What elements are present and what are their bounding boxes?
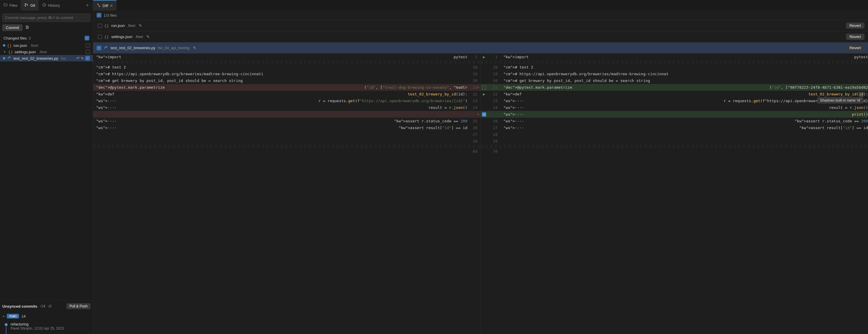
- edit-icon[interactable]: ✎: [81, 56, 84, 61]
- code-line[interactable]: "cm"># get brewery by post_id, post_id s…: [93, 77, 480, 84]
- fold-indicator[interactable]: [93, 60, 480, 64]
- line-content: "cm"># https://api.openbrewerydb.org/bre…: [93, 72, 467, 76]
- line-content: "kw">import: [500, 55, 852, 59]
- revert-button[interactable]: Revert: [846, 23, 865, 29]
- tab-git[interactable]: Git: [21, 0, 39, 10]
- line-content: "ws">····: [500, 99, 724, 103]
- collapse-icon[interactable]: −: [85, 56, 90, 61]
- code-line[interactable]: "cm"># https://api.openbrewerydb.org/bre…: [93, 71, 480, 77]
- commit-entry[interactable]: refactoring Pavel Shnyrin, 12:02 Apr 25,…: [0, 320, 93, 334]
- file-item[interactable]: test_rest_02_breweries.pyhw↶✎−: [0, 55, 93, 62]
- collapse-icon[interactable]: −: [97, 46, 101, 51]
- file-header-path: hw_04_api_testing: [158, 46, 189, 50]
- code-line[interactable]: 27: [93, 131, 480, 138]
- line-content: "cm"># get brewery by post_id, post_id s…: [93, 78, 467, 83]
- file-header-path: .fleet: [127, 24, 135, 28]
- commit-settings-icon[interactable]: [25, 25, 30, 30]
- code-line[interactable]: 29: [480, 138, 868, 144]
- fold-indicator[interactable]: [480, 144, 868, 148]
- pull-push-button[interactable]: Pull & Push: [66, 303, 91, 309]
- code-line[interactable]: "ws">····"kw">assert r.status_code == 20…: [93, 118, 480, 125]
- run-icon[interactable]: ▶: [483, 92, 485, 96]
- tab-diff[interactable]: Diff ✕: [93, 0, 117, 10]
- code-line[interactable]: 26"ws">····"kw">assert r.status_code == …: [480, 118, 868, 125]
- tab-files[interactable]: Files: [0, 0, 21, 10]
- close-icon[interactable]: ✕: [110, 3, 113, 8]
- collapse-icon[interactable]: −: [97, 13, 101, 18]
- line-content: "ws">····: [93, 99, 318, 103]
- code-line[interactable]: "kw">def test_02_brewery_by_id(id):22: [93, 91, 480, 98]
- code-line[interactable]: "cm"># test 218: [93, 64, 480, 71]
- code-line[interactable]: ✓"ws">····print(): [480, 111, 868, 118]
- code-line[interactable]: "dec">@pytest.mark.parametrize("id", ["t…: [93, 84, 480, 91]
- code-line[interactable]: 69: [93, 148, 480, 155]
- line-number: 19: [467, 72, 480, 76]
- code-line[interactable]: 70: [480, 148, 868, 155]
- revert-button[interactable]: Revert: [846, 34, 865, 40]
- revert-icon[interactable]: ↶: [76, 56, 80, 61]
- file-header-name: test_rest_02_breweries.py: [111, 46, 155, 50]
- file-path: .fleet: [39, 50, 47, 54]
- checkbox[interactable]: [98, 24, 102, 28]
- expand-icon[interactable]: »: [477, 86, 479, 89]
- commit-button[interactable]: Commit: [2, 24, 23, 31]
- svg-point-11: [105, 46, 106, 47]
- incoming-count: ↓0: [48, 304, 52, 308]
- checkbox[interactable]: [86, 50, 90, 54]
- line-number: 23: [488, 99, 500, 103]
- line-number: 18: [467, 65, 480, 69]
- line-number: 20: [467, 78, 480, 83]
- line-content: "ws">····: [500, 119, 795, 123]
- code-line[interactable]: "ws">····result = r.json()24: [93, 104, 480, 111]
- line-content: "cm"># test 2: [500, 65, 868, 69]
- file-header-name: settings.json: [111, 35, 132, 39]
- checkbox-checked[interactable]: ✓: [482, 112, 486, 116]
- line-content: "cm"># test 2: [93, 65, 467, 69]
- branch-row[interactable]: ▾ main 14: [0, 312, 93, 320]
- code-line[interactable]: 24"ws">····result = r.json(): [480, 104, 868, 111]
- file-path: .fleet: [30, 43, 38, 48]
- code-line[interactable]: 21"dec">@pytest.mark.parametrize("id", […: [480, 84, 868, 91]
- collapse-all-button[interactable]: −: [85, 36, 89, 40]
- sidebar-tabs: Files Git History +: [0, 0, 93, 10]
- code-line[interactable]: 28: [93, 138, 480, 144]
- edit-icon[interactable]: ✎: [147, 35, 150, 39]
- line-content: "kw">def: [93, 92, 408, 96]
- code-line[interactable]: ▶1"kw">import pytest: [480, 54, 868, 60]
- edit-icon[interactable]: ✎: [193, 46, 196, 50]
- checkbox[interactable]: [98, 35, 102, 39]
- run-icon[interactable]: ▶: [483, 55, 485, 59]
- line-number: 23: [467, 99, 480, 103]
- tab-history[interactable]: History: [39, 0, 63, 10]
- commit-message-input[interactable]: [2, 13, 91, 22]
- code-line[interactable]: "kw">import pytest1: [93, 54, 480, 60]
- expand-icon[interactable]: »: [477, 112, 479, 116]
- svg-point-10: [9, 57, 9, 57]
- code-line[interactable]: 23"ws">····r = requests.get(f"https://ap…: [480, 98, 868, 104]
- code-line[interactable]: 28: [480, 131, 868, 138]
- code-line[interactable]: 20"cm"># get brewery by post_id, post_id…: [480, 77, 868, 84]
- code-line[interactable]: 18"cm"># test 2: [480, 64, 868, 71]
- outgoing-count: ↑14: [39, 304, 45, 308]
- code-line[interactable]: 19"cm"># https://api.openbrewerydb.org/b…: [480, 71, 868, 77]
- file-item[interactable]: +{ }settings.json.fleet: [0, 48, 93, 55]
- diff-file-header[interactable]: { }settings.json.fleet✎Revert: [93, 31, 868, 42]
- code-line[interactable]: "ws">····r = requests.get(f"https://api.…: [93, 98, 480, 104]
- code-line[interactable]: »: [93, 111, 480, 118]
- checkbox[interactable]: [86, 43, 90, 47]
- fold-indicator[interactable]: [480, 60, 868, 64]
- code-line[interactable]: ▶22"kw">def test_02_brewery_by_id(id):: [480, 91, 868, 98]
- line-number: 1: [488, 55, 500, 59]
- fold-indicator[interactable]: [93, 144, 480, 148]
- chevron-down-icon: ▾: [3, 315, 4, 318]
- add-tab-button[interactable]: +: [82, 3, 93, 8]
- code-line[interactable]: "ws">····"kw">assert result["id"] == id2…: [93, 125, 480, 131]
- edit-icon[interactable]: ✎: [139, 24, 142, 28]
- diff-file-header[interactable]: −test_rest_02_breweries.pyhw_04_api_test…: [93, 42, 868, 54]
- checkbox[interactable]: [482, 86, 486, 90]
- files-counter: 1/3 files: [104, 13, 117, 18]
- code-line[interactable]: 27"ws">····"kw">assert result["id"] == i…: [480, 125, 868, 131]
- file-item[interactable]: { }run.json.fleet: [0, 42, 93, 48]
- revert-button[interactable]: Revert: [846, 45, 865, 51]
- diff-file-header[interactable]: { }run.json.fleet✎Revert: [93, 20, 868, 31]
